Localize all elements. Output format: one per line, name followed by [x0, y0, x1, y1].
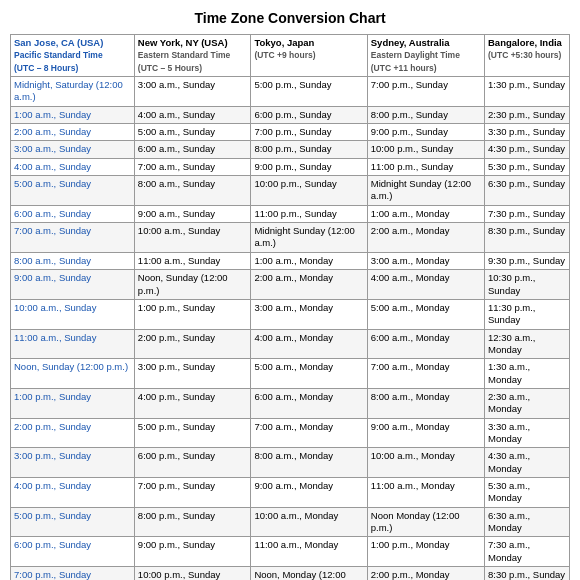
column-header-2: Tokyo, Japan(UTC +9 hours) — [251, 35, 367, 77]
table-cell: 7:00 p.m., Sunday — [251, 124, 367, 141]
table-cell: 5:30 a.m., Monday — [484, 477, 569, 507]
table-cell: 2:00 p.m., Sunday — [134, 329, 251, 359]
table-row: Midnight, Saturday (12:00 a.m.)3:00 a.m.… — [11, 77, 570, 107]
table-cell: 11:00 a.m., Sunday — [134, 252, 251, 269]
table-cell: 5:00 a.m., Sunday — [134, 124, 251, 141]
table-row: 5:00 p.m., Sunday8:00 p.m., Sunday10:00 … — [11, 507, 570, 537]
column-header-0: San Jose, CA (USA)Pacific Standard Time(… — [11, 35, 135, 77]
table-cell: 5:00 p.m., Sunday — [134, 418, 251, 448]
table-cell: 1:00 p.m., Monday — [367, 537, 484, 567]
table-cell: 8:00 a.m., Sunday — [11, 252, 135, 269]
table-cell: 5:00 a.m., Sunday — [11, 176, 135, 206]
table-cell: Noon, Monday (12:00 p.m.) — [251, 567, 367, 580]
table-cell: 4:00 a.m., Sunday — [11, 158, 135, 175]
table-cell: 5:30 p.m., Sunday — [484, 158, 569, 175]
table-cell: 6:30 a.m., Monday — [484, 507, 569, 537]
table-cell: 2:30 p.m., Sunday — [484, 106, 569, 123]
table-row: 1:00 a.m., Sunday4:00 a.m., Sunday6:00 p… — [11, 106, 570, 123]
table-cell: 8:00 a.m., Monday — [251, 448, 367, 478]
table-cell: 10:00 a.m., Monday — [251, 507, 367, 537]
table-cell: 8:00 a.m., Monday — [367, 388, 484, 418]
table-row: 8:00 a.m., Sunday11:00 a.m., Sunday1:00 … — [11, 252, 570, 269]
table-cell: 8:00 p.m., Sunday — [251, 141, 367, 158]
table-cell: 2:00 a.m., Monday — [367, 223, 484, 253]
table-cell: 2:00 a.m., Monday — [251, 270, 367, 300]
table-cell: 7:00 p.m., Sunday — [134, 477, 251, 507]
table-cell: 6:00 p.m., Sunday — [251, 106, 367, 123]
timezone-table: San Jose, CA (USA)Pacific Standard Time(… — [10, 34, 570, 580]
table-row: 1:00 p.m., Sunday4:00 p.m., Sunday6:00 a… — [11, 388, 570, 418]
table-cell: 8:30 p.m., Sunday — [484, 567, 569, 580]
table-cell: 7:30 p.m., Sunday — [484, 205, 569, 222]
table-row: 2:00 p.m., Sunday5:00 p.m., Sunday7:00 a… — [11, 418, 570, 448]
table-cell: 4:00 p.m., Sunday — [11, 477, 135, 507]
table-row: Noon, Sunday (12:00 p.m.)3:00 p.m., Sund… — [11, 359, 570, 389]
table-row: 10:00 a.m., Sunday1:00 p.m., Sunday3:00 … — [11, 299, 570, 329]
table-cell: 10:00 p.m., Sunday — [134, 567, 251, 580]
table-cell: 6:30 p.m., Sunday — [484, 176, 569, 206]
table-cell: 10:00 p.m., Sunday — [367, 141, 484, 158]
table-cell: 9:00 a.m., Monday — [367, 418, 484, 448]
table-cell: 1:30 a.m., Monday — [484, 359, 569, 389]
table-cell: Noon, Sunday (12:00 p.m.) — [134, 270, 251, 300]
table-row: 6:00 a.m., Sunday9:00 a.m., Sunday11:00 … — [11, 205, 570, 222]
column-header-3: Sydney, AustraliaEastern Daylight Time(U… — [367, 35, 484, 77]
table-cell: 7:00 p.m., Sunday — [11, 567, 135, 580]
table-cell: 11:30 p.m., Sunday — [484, 299, 569, 329]
table-cell: 11:00 a.m., Monday — [251, 537, 367, 567]
table-cell: 8:30 p.m., Sunday — [484, 223, 569, 253]
table-cell: 8:00 p.m., Sunday — [134, 507, 251, 537]
table-cell: 8:00 a.m., Sunday — [134, 176, 251, 206]
column-header-4: Bangalore, India(UTC +5:30 hours) — [484, 35, 569, 77]
table-cell: 1:00 p.m., Sunday — [134, 299, 251, 329]
table-row: 6:00 p.m., Sunday9:00 p.m., Sunday11:00 … — [11, 537, 570, 567]
table-header-row: San Jose, CA (USA)Pacific Standard Time(… — [11, 35, 570, 77]
table-cell: 5:00 p.m., Sunday — [11, 507, 135, 537]
table-cell: 9:00 a.m., Monday — [251, 477, 367, 507]
table-cell: 4:00 a.m., Monday — [367, 270, 484, 300]
column-header-1: New York, NY (USA)Eastern Standard Time(… — [134, 35, 251, 77]
table-cell: 7:30 a.m., Monday — [484, 537, 569, 567]
table-cell: 7:00 a.m., Sunday — [134, 158, 251, 175]
table-cell: 6:00 a.m., Monday — [367, 329, 484, 359]
table-cell: 11:00 p.m., Sunday — [367, 158, 484, 175]
table-cell: 2:30 a.m., Monday — [484, 388, 569, 418]
table-cell: 12:30 a.m., Monday — [484, 329, 569, 359]
table-row: 11:00 a.m., Sunday2:00 p.m., Sunday4:00 … — [11, 329, 570, 359]
table-cell: 3:30 p.m., Sunday — [484, 124, 569, 141]
table-row: 7:00 a.m., Sunday10:00 a.m., SundayMidni… — [11, 223, 570, 253]
table-row: 4:00 a.m., Sunday7:00 a.m., Sunday9:00 p… — [11, 158, 570, 175]
table-row: 2:00 a.m., Sunday5:00 a.m., Sunday7:00 p… — [11, 124, 570, 141]
table-cell: 4:30 a.m., Monday — [484, 448, 569, 478]
table-cell: 7:00 a.m., Monday — [251, 418, 367, 448]
table-cell: 2:00 p.m., Monday — [367, 567, 484, 580]
table-cell: 9:00 a.m., Sunday — [134, 205, 251, 222]
table-cell: 5:00 a.m., Monday — [367, 299, 484, 329]
table-cell: 1:00 p.m., Sunday — [11, 388, 135, 418]
table-cell: Midnight Sunday (12:00 a.m.) — [367, 176, 484, 206]
table-cell: 6:00 a.m., Monday — [251, 388, 367, 418]
table-cell: 7:00 a.m., Sunday — [11, 223, 135, 253]
table-cell: Noon, Sunday (12:00 p.m.) — [11, 359, 135, 389]
table-cell: 3:00 a.m., Sunday — [134, 77, 251, 107]
table-cell: 10:00 p.m., Sunday — [251, 176, 367, 206]
table-cell: 11:00 a.m., Monday — [367, 477, 484, 507]
table-cell: 3:00 a.m., Sunday — [11, 141, 135, 158]
table-cell: 4:00 p.m., Sunday — [134, 388, 251, 418]
table-cell: 10:00 a.m., Monday — [367, 448, 484, 478]
table-row: 3:00 p.m., Sunday6:00 p.m., Sunday8:00 a… — [11, 448, 570, 478]
table-cell: 3:00 p.m., Sunday — [11, 448, 135, 478]
table-cell: 10:30 p.m., Sunday — [484, 270, 569, 300]
table-cell: 6:00 p.m., Sunday — [11, 537, 135, 567]
table-cell: 1:00 a.m., Monday — [367, 205, 484, 222]
table-row: 4:00 p.m., Sunday7:00 p.m., Sunday9:00 a… — [11, 477, 570, 507]
table-cell: 9:00 p.m., Sunday — [134, 537, 251, 567]
table-cell: 9:00 p.m., Sunday — [251, 158, 367, 175]
table-cell: 4:30 p.m., Sunday — [484, 141, 569, 158]
table-cell: Noon Monday (12:00 p.m.) — [367, 507, 484, 537]
table-row: 9:00 a.m., SundayNoon, Sunday (12:00 p.m… — [11, 270, 570, 300]
table-cell: Midnight Sunday (12:00 a.m.) — [251, 223, 367, 253]
table-cell: 2:00 p.m., Sunday — [11, 418, 135, 448]
table-cell: 9:00 a.m., Sunday — [11, 270, 135, 300]
table-cell: 11:00 p.m., Sunday — [251, 205, 367, 222]
